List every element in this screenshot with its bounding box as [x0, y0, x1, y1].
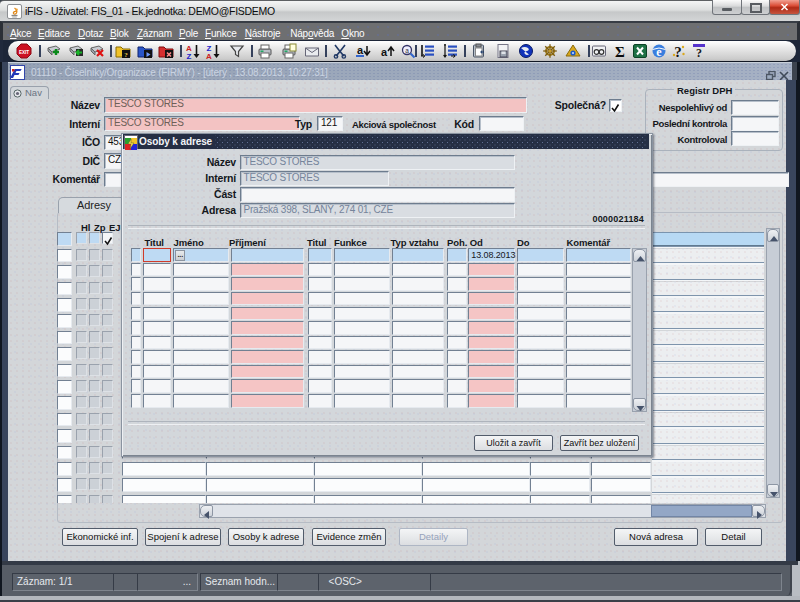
svg-text:Σ: Σ — [615, 44, 625, 60]
svg-text:a: a — [405, 47, 409, 54]
svg-text:a: a — [381, 46, 388, 58]
svg-text:a: a — [357, 44, 364, 56]
svg-text:EXIT: EXIT — [19, 50, 29, 55]
svg-text:e: e — [656, 45, 662, 59]
svg-text:Z: Z — [187, 52, 192, 60]
svg-text:A: A — [206, 52, 212, 60]
svg-text:?: ? — [124, 51, 128, 59]
svg-text:?: ? — [696, 46, 702, 59]
svg-text:?: ? — [674, 44, 682, 60]
